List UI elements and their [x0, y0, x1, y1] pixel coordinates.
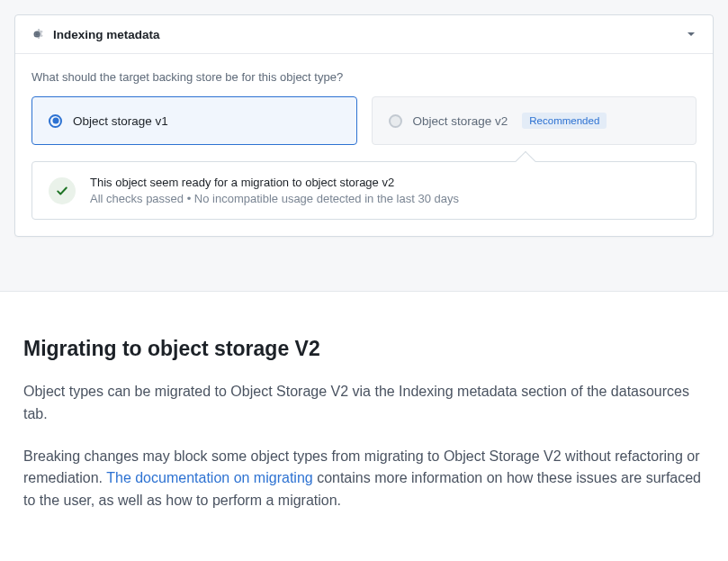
migration-status-box: This object seem ready for a migration t… — [31, 161, 697, 220]
check-icon — [49, 177, 76, 204]
backing-store-question: What should the target backing store be … — [31, 70, 697, 84]
panel-body: What should the target backing store be … — [15, 54, 713, 236]
gear-icon — [30, 27, 44, 41]
option-label: Object storage v2 — [413, 114, 508, 128]
status-text: This object seem ready for a migration t… — [90, 176, 459, 205]
options-row: Object storage v1 Object storage v2 Reco… — [31, 96, 697, 145]
doc-heading: Migrating to object storage V2 — [23, 337, 705, 361]
radio-icon — [49, 114, 62, 128]
option-object-storage-v2[interactable]: Object storage v2 Recommended — [372, 96, 697, 145]
panel-header[interactable]: Indexing metadata — [15, 15, 713, 54]
chevron-down-icon — [684, 27, 698, 41]
panel-region: Indexing metadata What should the target… — [0, 0, 728, 292]
doc-paragraph-1: Object types can be migrated to Object S… — [23, 381, 705, 426]
indexing-metadata-panel: Indexing metadata What should the target… — [14, 14, 714, 237]
status-secondary: All checks passed • No incompatible usag… — [90, 192, 459, 205]
recommended-badge: Recommended — [522, 113, 607, 129]
doc-section: Migrating to object storage V2 Object ty… — [0, 292, 728, 556]
option-label: Object storage v1 — [73, 114, 168, 128]
panel-title: Indexing metadata — [53, 28, 684, 41]
doc-paragraph-2: Breaking changes may block some object t… — [23, 446, 705, 512]
option-object-storage-v1[interactable]: Object storage v1 — [31, 96, 357, 145]
migration-doc-link[interactable]: The documentation on migrating — [106, 470, 317, 485]
status-box-wrapper: This object seem ready for a migration t… — [31, 161, 697, 220]
radio-icon — [389, 114, 402, 128]
status-primary: This object seem ready for a migration t… — [90, 176, 459, 189]
